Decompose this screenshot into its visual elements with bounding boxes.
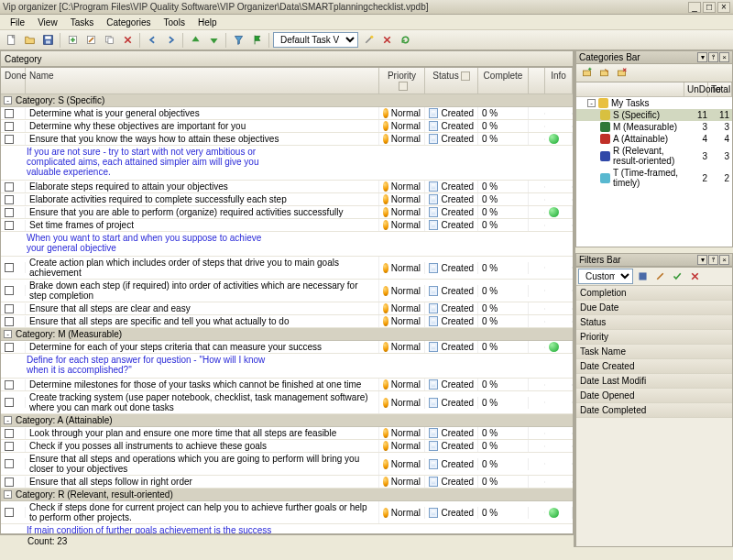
- task-row[interactable]: Ensure that you are able to perform (org…: [1, 206, 573, 219]
- task-row[interactable]: Determine what is your general objective…: [1, 107, 573, 120]
- categories-tree[interactable]: UnDone Total - My Tasks S (Specific)1111…: [575, 82, 733, 247]
- panel-close-icon[interactable]: ×: [719, 52, 729, 62]
- done-checkbox[interactable]: [5, 109, 14, 118]
- category-row[interactable]: -Category: A (Attainable): [1, 414, 573, 427]
- tree-item[interactable]: M (Measurable)33: [576, 121, 732, 133]
- close-button[interactable]: ×: [717, 2, 730, 13]
- task-row[interactable]: Ensure that all steps follow in right or…: [1, 476, 573, 489]
- menu-view[interactable]: View: [31, 16, 64, 28]
- done-checkbox[interactable]: [5, 459, 14, 468]
- done-checkbox[interactable]: [5, 208, 14, 217]
- task-grid[interactable]: Done Name Priority Status Complete Info …: [0, 67, 574, 534]
- task-row[interactable]: Look through your plan and ensure one mo…: [1, 427, 573, 440]
- task-row[interactable]: Brake down each step (if required) into …: [1, 280, 573, 302]
- move-up-icon[interactable]: [187, 32, 203, 49]
- dropdown-icon[interactable]: [461, 71, 470, 81]
- done-checkbox[interactable]: [5, 429, 14, 438]
- col-info[interactable]: Info: [545, 68, 573, 93]
- col-name[interactable]: Name: [26, 68, 379, 93]
- task-row[interactable]: Ensure that you know the ways how to att…: [1, 133, 573, 146]
- done-checkbox[interactable]: [5, 286, 14, 295]
- flag-icon[interactable]: [248, 32, 265, 49]
- task-row[interactable]: Check if steps done for current project …: [1, 501, 573, 524]
- done-checkbox[interactable]: [5, 122, 14, 131]
- panel-menu-icon[interactable]: ▾: [697, 255, 707, 265]
- filter-item[interactable]: Task Name: [576, 345, 732, 359]
- menu-file[interactable]: File: [4, 16, 31, 28]
- category-row[interactable]: -Category: S (Specific): [1, 94, 573, 107]
- col-attachment[interactable]: [529, 68, 545, 93]
- maximize-button[interactable]: □: [703, 2, 716, 13]
- dropdown-icon[interactable]: [399, 82, 408, 91]
- info-icon[interactable]: [549, 207, 559, 217]
- filter-item[interactable]: Due Date: [576, 301, 732, 315]
- panel-pin-icon[interactable]: ⫯: [708, 255, 718, 265]
- done-checkbox[interactable]: [5, 398, 14, 407]
- task-row[interactable]: Create action plan which includes order …: [1, 257, 573, 280]
- task-row[interactable]: Determine why these objectives are impor…: [1, 120, 573, 133]
- task-row[interactable]: Determine for each of your steps criteri…: [1, 341, 573, 354]
- indent-left-icon[interactable]: [144, 32, 160, 49]
- menu-help[interactable]: Help: [191, 16, 224, 28]
- move-down-icon[interactable]: [205, 32, 222, 49]
- filter-delete-icon[interactable]: [686, 269, 703, 285]
- open-file-icon[interactable]: [21, 32, 38, 49]
- filter-item[interactable]: Date Completed: [576, 403, 732, 418]
- col-total[interactable]: Total: [708, 82, 732, 96]
- panel-menu-icon[interactable]: ▾: [697, 52, 707, 62]
- col-done[interactable]: Done: [1, 68, 26, 93]
- done-checkbox[interactable]: [5, 182, 14, 192]
- done-checkbox[interactable]: [5, 135, 14, 144]
- category-row[interactable]: -Category: R (Relevant, result-oriented): [1, 489, 573, 501]
- menu-tools[interactable]: Tools: [158, 16, 191, 28]
- delete-category-icon[interactable]: [613, 65, 629, 82]
- done-checkbox[interactable]: [5, 343, 14, 352]
- task-row[interactable]: Ensure that all steps are clear and easy…: [1, 302, 573, 315]
- task-row[interactable]: Check if you posses all instruments to a…: [1, 440, 573, 453]
- edit-category-icon[interactable]: [596, 65, 612, 82]
- filter-item[interactable]: Priority: [576, 330, 732, 345]
- task-row[interactable]: Set time frames of projectNormalCreated0…: [1, 219, 573, 232]
- task-row[interactable]: Ensure that all steps are specific and t…: [1, 315, 573, 328]
- expand-icon[interactable]: -: [4, 96, 12, 104]
- filter-item[interactable]: Status: [576, 315, 732, 330]
- col-status[interactable]: Status: [425, 68, 478, 93]
- filter-edit-icon[interactable]: [651, 269, 668, 285]
- info-icon[interactable]: [549, 508, 559, 518]
- menu-tasks[interactable]: Tasks: [64, 16, 101, 28]
- done-checkbox[interactable]: [5, 195, 14, 204]
- indent-right-icon[interactable]: [162, 32, 179, 49]
- edit-task-icon[interactable]: [82, 32, 99, 49]
- tree-item[interactable]: T (Time-framed, timely)22: [576, 167, 732, 189]
- done-checkbox[interactable]: [5, 221, 14, 230]
- col-complete[interactable]: Complete: [478, 68, 529, 93]
- task-view-combo[interactable]: Default Task V: [273, 32, 358, 48]
- filter-item[interactable]: Date Last Modifi: [576, 374, 732, 389]
- panel-close-icon[interactable]: ×: [719, 255, 729, 265]
- delete-icon[interactable]: [119, 32, 136, 49]
- filter-item[interactable]: Date Created: [576, 359, 732, 374]
- task-row[interactable]: Elaborate steps required to attain your …: [1, 181, 573, 193]
- col-priority[interactable]: Priority: [379, 68, 425, 93]
- filter-item[interactable]: Completion: [576, 286, 732, 301]
- tree-item[interactable]: A (Attainable)44: [576, 133, 732, 145]
- info-icon[interactable]: [549, 342, 559, 352]
- save-icon[interactable]: [39, 32, 56, 49]
- done-checkbox[interactable]: [5, 380, 14, 390]
- task-row[interactable]: Determine milestones for those of your t…: [1, 379, 573, 391]
- expand-icon[interactable]: -: [4, 416, 12, 424]
- new-file-icon[interactable]: [3, 32, 19, 49]
- done-checkbox[interactable]: [5, 304, 14, 313]
- task-row[interactable]: Elaborate activities required to complet…: [1, 193, 573, 206]
- expand-icon[interactable]: -: [4, 490, 12, 499]
- expand-icon[interactable]: -: [4, 330, 12, 338]
- tree-root[interactable]: - My Tasks: [576, 97, 732, 109]
- done-checkbox[interactable]: [5, 263, 14, 272]
- filter-preset-combo[interactable]: Custom: [578, 269, 633, 284]
- task-row[interactable]: Create tracking system (use paper notebo…: [1, 391, 573, 414]
- done-checkbox[interactable]: [5, 442, 14, 451]
- col-undone[interactable]: UnDone: [684, 82, 708, 96]
- menu-categories[interactable]: Categories: [100, 16, 157, 28]
- duplicate-icon[interactable]: [101, 32, 117, 49]
- info-icon[interactable]: [549, 134, 559, 144]
